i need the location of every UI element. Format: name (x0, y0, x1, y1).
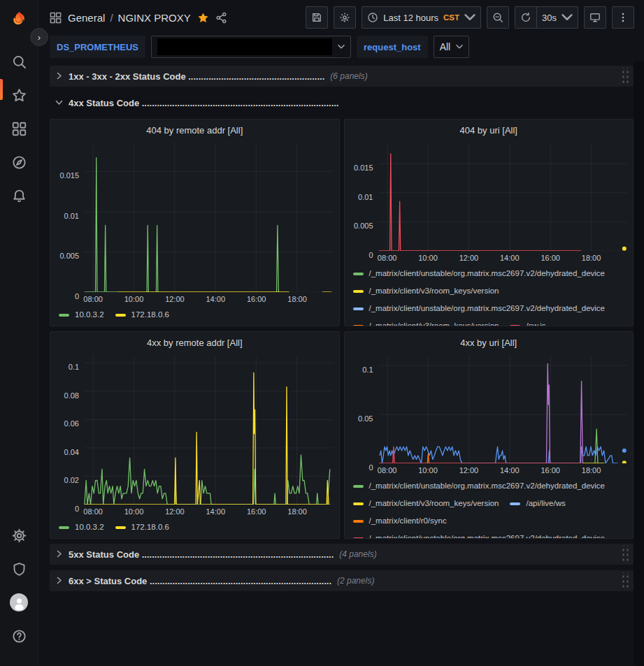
variable-value-ds-prometheus[interactable] (151, 36, 351, 58)
panel-title[interactable]: 4xx by uri [All] (350, 335, 628, 352)
legend-item[interactable]: /_matrix/client/unstable/org.matrix.msc2… (353, 477, 606, 495)
refresh-button[interactable] (515, 6, 537, 29)
panel-legend: /_matrix/client/unstable/org.matrix.msc2… (350, 264, 628, 326)
explore-icon[interactable] (6, 149, 32, 175)
y-tick-label: 0.01 (358, 193, 373, 201)
variable-value-label: All (440, 41, 451, 52)
legend-item[interactable]: /_matrix/client/v3/room_keys/version (353, 495, 499, 512)
dashboard-canvas: 1xx - 3xx - 2xx Status Code ............… (38, 61, 644, 666)
zoom-out-button[interactable] (487, 6, 509, 29)
legend-swatch (353, 520, 364, 523)
legend-item[interactable]: 10.0.3.2 (59, 306, 104, 324)
x-tick-label: 12:00 (165, 507, 185, 516)
variable-value-request-host[interactable]: All (434, 36, 470, 58)
chart-plot[interactable] (378, 356, 628, 463)
time-range-picker[interactable]: Last 12 hours CST (362, 6, 481, 29)
legend-item[interactable]: 172.18.0.6 (115, 519, 169, 536)
refresh-interval-dropdown[interactable]: 30s (537, 6, 578, 29)
grafana-logo[interactable] (6, 6, 32, 33)
monitor-icon (589, 12, 601, 23)
time-series-chart[interactable] (378, 356, 628, 463)
dashboards-icon[interactable] (6, 115, 32, 142)
x-tick-label: 18:00 (287, 295, 307, 303)
header-toolbar: Last 12 hours CST 30s (306, 6, 634, 29)
chart-plot[interactable] (378, 143, 628, 251)
panel-row-1: 404 by remote addr [All] 00.0050.010.015… (50, 119, 634, 326)
chevron-right-icon (55, 548, 63, 560)
panel-4xx-by-remote-addr: 4xx by remote addr [All] 00.020.040.060.… (50, 331, 340, 539)
scrollbar-gutter[interactable] (634, 61, 644, 666)
search-icon[interactable] (6, 48, 32, 75)
x-tick-label: 18:00 (582, 254, 601, 262)
y-tick-label: 0.015 (59, 171, 79, 180)
legend-item[interactable]: 172.18.0.6 (115, 306, 169, 324)
legend-label: /_matrix/client/v3/room_keys/version (369, 317, 499, 326)
row-6xx-status-code[interactable]: 6xx > Status Code ......................… (50, 570, 634, 591)
legend-item[interactable]: /api/live/ws (510, 495, 565, 512)
row-1xx-3xx-2xx[interactable]: 1xx - 3xx - 2xx Status Code ............… (50, 66, 634, 87)
chevron-right-icon (55, 574, 63, 587)
favorite-star-icon[interactable] (197, 12, 209, 24)
chevron-right-icon (55, 70, 63, 82)
profile-avatar[interactable] (6, 589, 32, 616)
legend-swatch (353, 325, 364, 326)
breadcrumb-dashboard[interactable]: NGINX PROXY (118, 12, 191, 24)
save-dashboard-button[interactable] (306, 6, 328, 29)
sidebar-expand-arrow[interactable]: › (30, 28, 48, 46)
time-series-chart[interactable] (84, 143, 334, 292)
row-5xx-status-code[interactable]: 5xx Status Code ........................… (50, 544, 634, 565)
legend-item[interactable]: /_matrix/client/v3/room_keys/version (353, 282, 499, 300)
panel-title[interactable]: 404 by remote addr [All] (56, 122, 334, 139)
panel-legend: 10.0.3.2172.18.0.6 (56, 518, 334, 538)
more-options-button[interactable] (612, 6, 634, 29)
legend-item[interactable]: /_matrix/client/r0/sync (353, 512, 447, 530)
legend-item[interactable]: /_matrix/client/unstable/org.matrix.msc2… (353, 530, 606, 538)
variable-label-ds-prometheus[interactable]: DS_PROMETHEUS (50, 36, 145, 58)
legend-label: /_matrix/client/unstable/org.matrix.msc2… (369, 477, 606, 495)
time-series-chart[interactable] (378, 143, 628, 251)
y-tick-label: 0.015 (354, 164, 373, 172)
kiosk-mode-button[interactable] (584, 6, 606, 29)
legend-item[interactable]: /sw.js (510, 317, 545, 326)
alerting-icon[interactable] (6, 182, 32, 209)
y-tick-label: 0.1 (69, 363, 79, 371)
server-admin-icon[interactable] (6, 556, 32, 582)
row-drag-handle[interactable] (620, 546, 629, 563)
chevron-down-icon (561, 12, 573, 23)
panel-title[interactable]: 404 by uri [All] (350, 122, 628, 139)
y-tick-label: 0.005 (59, 252, 79, 260)
y-axis-labels: 00.020.040.060.080.1 (56, 356, 84, 505)
legend-item[interactable]: 10.0.3.2 (59, 519, 104, 536)
share-icon[interactable] (215, 12, 227, 24)
dashboard-settings-button[interactable] (334, 6, 356, 29)
y-tick-label: 0 (368, 463, 373, 472)
legend-swatch (353, 485, 364, 488)
legend-item[interactable]: /_matrix/client/unstable/org.matrix.msc2… (353, 300, 606, 317)
breadcrumb: General / NGINX PROXY (68, 12, 191, 24)
chart-plot[interactable] (84, 143, 334, 292)
help-icon[interactable] (6, 623, 32, 649)
row-drag-handle[interactable] (620, 68, 629, 85)
x-tick-label: 08:00 (83, 295, 103, 303)
configuration-icon[interactable] (6, 522, 32, 549)
row-panel-count: (4 panels) (339, 549, 376, 559)
chart-plot[interactable] (84, 356, 334, 505)
x-tick-label: 12:00 (459, 466, 479, 475)
variable-label-request-host[interactable]: request_host (357, 36, 428, 58)
row-drag-handle[interactable] (620, 572, 629, 589)
legend-swatch (59, 526, 69, 529)
breadcrumb-folder[interactable]: General (68, 12, 105, 24)
legend-item[interactable]: /_matrix/client/unstable/org.matrix.msc2… (353, 265, 606, 282)
panel-title[interactable]: 4xx by remote addr [All] (56, 335, 334, 352)
panel-404-by-uri: 404 by uri [All] 00.0050.010.015 08:0010… (344, 119, 634, 326)
avatar (10, 593, 28, 611)
refresh-icon (520, 12, 531, 23)
legend-item[interactable]: /_matrix/client/v3/room_keys/version (353, 317, 499, 326)
x-tick-label: 14:00 (206, 295, 226, 303)
legend-label: /_matrix/client/v3/room_keys/version (369, 495, 499, 512)
chevron-down-icon (55, 96, 63, 109)
row-4xx-status-code[interactable]: 4xx Status Code ........................… (50, 92, 634, 113)
starred-icon[interactable] (6, 82, 32, 108)
time-series-chart[interactable] (84, 356, 334, 505)
panel-legend: 10.0.3.2172.18.0.6 (56, 305, 334, 326)
